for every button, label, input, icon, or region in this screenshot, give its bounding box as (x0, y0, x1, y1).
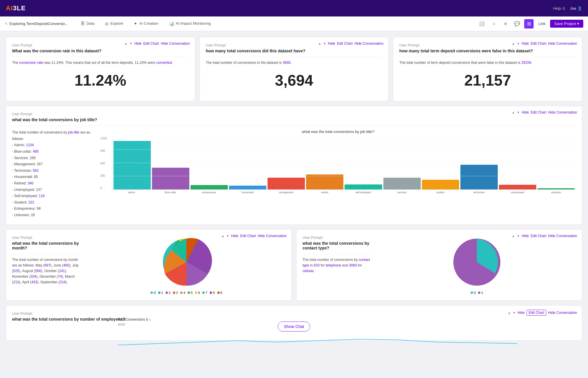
user-label: Joe (570, 6, 576, 11)
x-label-student: student (422, 191, 459, 194)
card7-hide-conversation-btn[interactable]: Hide Conversation (548, 311, 577, 315)
card1-hide-btn[interactable]: Hide (134, 41, 142, 46)
bar-services-rect (383, 178, 421, 189)
toolbar-actions: ⬜ ○ ≡ 💬 ⊞ Link Save Project ▾ (477, 19, 583, 29)
card2-hide-btn[interactable]: Hide (328, 41, 335, 46)
card-total-conversions: ▲ ▼ Hide Edit Chart Hide Conversation Us… (200, 37, 389, 101)
card3-down-arrow[interactable]: ▼ (517, 42, 520, 45)
card7-up-arrow[interactable]: ▲ (507, 311, 511, 314)
card4-hide-btn[interactable]: Hide (522, 110, 529, 114)
card6-up-arrow[interactable]: ▲ (512, 234, 515, 238)
card3-hide-btn[interactable]: Hide (522, 41, 529, 46)
card1-question: What was the conversion rate in this dat… (12, 49, 189, 53)
line-chart-svg (118, 327, 517, 348)
card5-hide-btn[interactable]: Hide (231, 234, 238, 238)
bar-unknown-rect (537, 188, 575, 189)
line-chart-polyline (118, 339, 517, 345)
card2-hide-conversation-btn[interactable]: Hide Conversation (355, 41, 384, 46)
bar-student-rect (422, 180, 459, 189)
card1-up-arrow[interactable]: ▲ (124, 42, 128, 45)
card5-down-arrow[interactable]: ▼ (226, 234, 229, 238)
card4-hide-conversation-btn[interactable]: Hide Conversation (548, 110, 577, 114)
legend-4: 4 (180, 291, 185, 294)
bar-chart-inner (112, 137, 576, 190)
card2-edit-chart-btn[interactable]: Edit Chart (337, 41, 353, 46)
legend-3: 3 (173, 291, 178, 294)
bar-housemaid (229, 186, 266, 189)
card2-controls: ▲ ▼ Hide Edit Chart Hide Conversation (318, 41, 384, 46)
toolbar-chart-icon[interactable]: ⬜ (477, 19, 487, 29)
card2-down-arrow[interactable]: ▼ (323, 42, 326, 45)
card3-hide-conversation-btn[interactable]: Hide Conversation (548, 41, 577, 46)
legend-6: 6 (195, 291, 200, 294)
card5-up-arrow[interactable]: ▲ (221, 234, 224, 238)
tab-explore[interactable]: ◎ Explore (100, 16, 128, 31)
toolbar: ✎ Exploring TermDepositConversio... 🗄 Da… (0, 16, 588, 31)
tab-ai-monitoring[interactable]: 📊 AI Impact Monitoring (164, 16, 216, 31)
card6-hide-btn[interactable]: Hide (522, 234, 529, 238)
bar-entrepreneur-rect (191, 185, 228, 189)
card3-up-arrow[interactable]: ▲ (512, 42, 515, 45)
save-project-button[interactable]: Save Project ▾ (550, 20, 583, 28)
toolbar-list-icon[interactable]: ≡ (501, 19, 510, 29)
help-button[interactable]: Help ⊙ (553, 6, 565, 11)
tab-data[interactable]: 🗄 Data (75, 16, 100, 31)
user-avatar-icon: 👤 (577, 6, 582, 11)
card7-edit-chart-btn[interactable]: Edit Chart (527, 310, 546, 316)
job-title-link[interactable]: job title (68, 130, 79, 134)
card6-edit-chart-btn[interactable]: Edit Chart (531, 234, 546, 238)
card4-edit-chart-btn[interactable]: Edit Chart (531, 110, 546, 114)
card7-down-arrow[interactable]: ▼ (512, 311, 516, 314)
card2-body: The total number of conversions in the d… (206, 60, 382, 66)
card6-hide-conversation-btn[interactable]: Hide Conversation (548, 234, 577, 238)
project-name[interactable]: ✎ Exploring TermDepositConversio... (5, 21, 68, 26)
tab-ai-creation[interactable]: ✦ AI Creation (128, 16, 163, 31)
card2-link[interactable]: 3693 (283, 61, 291, 65)
bar-services (383, 178, 421, 189)
card4-down-arrow[interactable]: ▼ (517, 111, 520, 114)
x-label-bluecollar: blue-collar (152, 191, 189, 194)
logo: AI3LE (6, 4, 26, 12)
line-chart-title: TotalConversions b s (118, 317, 517, 322)
card1-hide-conversation-btn[interactable]: Hide Conversation (161, 41, 190, 46)
legend-9: 9 (217, 291, 222, 294)
show-chat-label: Show Chat (284, 324, 304, 329)
card3-link[interactable]: 29156 (521, 61, 531, 65)
toolbar-layout-icon[interactable]: ⊞ (524, 19, 534, 29)
toolbar-chat-icon[interactable]: 💬 (512, 19, 522, 29)
card6-question: what was the total conversions by contac… (303, 241, 373, 250)
help-icon: ⊙ (562, 6, 565, 11)
card3-edit-chart-btn[interactable]: Edit Chart (531, 41, 546, 46)
card5-hide-conversation-btn[interactable]: Hide Conversation (258, 234, 287, 238)
card6-text: User Prompt: what was the total conversi… (303, 236, 373, 294)
link-button[interactable]: Link (536, 21, 548, 26)
card1-link1[interactable]: conversion rate (19, 61, 43, 65)
legend-contact-0: 0 (471, 291, 476, 294)
card1-body: The conversion rate was 11.24%. This mea… (12, 60, 189, 66)
card4-controls: ▲ ▼ Hide Edit Chart Hide Conversation (512, 110, 577, 114)
x-label-unknown: unknown (537, 191, 575, 194)
card1-edit-chart-btn[interactable]: Edit Chart (143, 41, 159, 46)
x-label-entrepreneur: entrepreneur (190, 191, 228, 194)
card5-edit-chart-btn[interactable]: Edit Chart (240, 234, 256, 238)
x-label-services: services (383, 191, 420, 194)
card2-value: 3,694 (206, 66, 382, 95)
card1-down-arrow[interactable]: ▼ (129, 42, 133, 45)
bar-selfemployed (345, 184, 382, 189)
save-dropdown-icon: ▾ (577, 21, 579, 26)
card6-down-arrow[interactable]: ▼ (517, 234, 520, 238)
tab-ai-creation-label: AI Creation (139, 21, 158, 26)
card7-hide-btn[interactable]: Hide (517, 311, 525, 315)
card4-up-arrow[interactable]: ▲ (512, 111, 515, 114)
x-label-housemaid: housemaid (229, 191, 266, 194)
bar-chart-section: The total number of conversions by job t… (12, 129, 576, 218)
bar-chart-text: The total number of conversions by job t… (12, 129, 94, 218)
card1-link2[interactable]: converted (156, 61, 172, 65)
user-menu[interactable]: Joe 👤 (570, 6, 582, 11)
bar-student (422, 180, 459, 189)
legend-2: 2 (166, 291, 171, 294)
toolbar-circle-icon[interactable]: ○ (489, 19, 498, 29)
bar-technician (460, 165, 498, 189)
show-chat-button[interactable]: Show Chat (278, 322, 310, 332)
card2-up-arrow[interactable]: ▲ (318, 42, 321, 45)
